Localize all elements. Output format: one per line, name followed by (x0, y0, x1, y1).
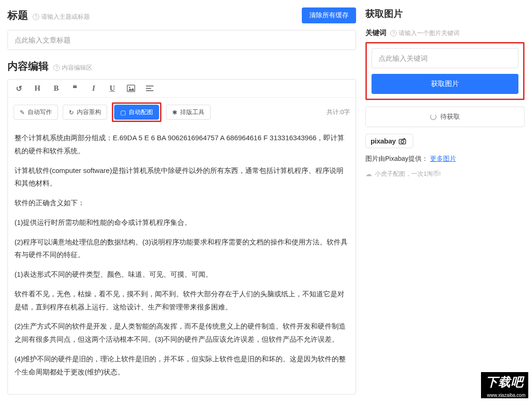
keyword-input[interactable] (372, 48, 518, 68)
editor: ↺ H B ❝ I U ✎ 自动写作 (7, 79, 356, 395)
align-icon[interactable] (145, 83, 155, 93)
underline-icon[interactable]: U (107, 83, 117, 93)
heading-icon[interactable]: H (32, 83, 43, 93)
pending-status: 待获取 (365, 107, 525, 127)
pixabay-badge: pixabay (365, 134, 413, 148)
action-toolbar: ✎ 自动写作 ↻ 内容重构 ▢ 自动配图 ✱ (8, 98, 356, 127)
paragraph: (2)程序可以满意地处理信息的数据结构。(3)说明程序功能要求和程序需要的文档的… (15, 236, 349, 262)
cost-note: ☁ 小虎子配图，一次1淘币! (365, 170, 525, 178)
sidebar-title: 获取图片 (365, 7, 525, 20)
paragraph: (1)提供运行时所需功能和性能的命令或计算机程序集合。 (15, 216, 349, 229)
watermark-logo: 下载吧 (481, 372, 528, 392)
keyword-hint: ? 请输入一个图片关键词 (390, 29, 459, 37)
svg-point-6 (401, 140, 404, 143)
title-header-row: 标题 ? 请输入主题或标题 清除所有缓存 (7, 7, 356, 23)
auto-write-button[interactable]: ✎ 自动写作 (14, 105, 58, 120)
content-edit-header: 内容编辑 ? 内容编辑区 (7, 59, 356, 73)
camera-icon (399, 138, 408, 144)
svg-point-1 (129, 87, 131, 88)
undo-icon[interactable]: ↺ (14, 83, 24, 93)
auto-image-highlight: ▢ 自动配图 (112, 102, 161, 122)
svg-rect-7 (403, 138, 405, 140)
paragraph: 整个计算机系统由两部分组成：E.69DA 5 E 6 BA 9062616964… (15, 131, 349, 158)
refactor-button[interactable]: ↻ 内容重构 (63, 105, 107, 120)
content-edit-label: 内容编辑 (7, 59, 49, 73)
paragraph: 软件看不见，无色，枯燥，看不见，摸不到，闻不到。软件大部分存在于人们的头脑或纸上… (15, 287, 349, 314)
paragraph: (2)生产方式不同的软件是开发，是人类智能的高发挥，而不是传统意义上的硬件制造。… (15, 320, 349, 346)
fetch-image-button[interactable]: 获取图片 (372, 74, 518, 94)
layout-tool-button[interactable]: ✱ 排版工具 (166, 105, 211, 120)
pencil-icon: ✎ (20, 109, 25, 116)
image-credit: 图片由Pixabay提供： 更多图片 (365, 155, 525, 163)
title-hint: ? 请输入主题或标题 (33, 13, 90, 21)
paragraph: (4)维护不同的硬件是旧的，理论上软件是旧的，并不坏，但实际上软件也是旧的和坏的… (15, 352, 349, 379)
bold-icon[interactable]: B (51, 83, 61, 93)
info-icon: ? (33, 14, 39, 20)
auto-image-button[interactable]: ▢ 自动配图 (114, 105, 159, 120)
keyword-highlight-box: 获取图片 (365, 42, 525, 100)
more-images-link[interactable]: 更多图片 (430, 155, 456, 162)
watermark-url: www.xiazaiba.com (481, 392, 528, 395)
paragraph: (1)表达形式不同的硬件类型、颜色、味道、可见、可摸、可闻。 (15, 268, 349, 281)
quote-icon[interactable]: ❝ (70, 83, 80, 93)
cloud-icon: ☁ (365, 170, 372, 178)
sidebar: 获取图片 关键词 ? 请输入一个图片关键词 获取图片 待获取 pixabay 图… (365, 7, 525, 395)
image-icon[interactable] (126, 83, 136, 93)
content-edit-hint: ? 内容编辑区 (53, 64, 92, 72)
word-counter: 共计:0字 (327, 108, 350, 116)
wand-icon: ✱ (172, 109, 177, 116)
clear-cache-button[interactable]: 清除所有缓存 (302, 7, 356, 23)
keyword-label: 关键词 (365, 29, 386, 37)
info-icon: ? (390, 30, 397, 36)
watermark: 下载吧 www.xiazaiba.com (481, 372, 528, 395)
format-toolbar: ↺ H B ❝ I U (8, 79, 356, 98)
article-title-input[interactable] (7, 30, 356, 50)
refresh-icon: ↻ (69, 109, 74, 116)
picture-icon: ▢ (120, 109, 126, 116)
italic-icon[interactable]: I (88, 83, 99, 93)
title-section-label: 标题 (7, 8, 28, 22)
info-icon: ? (53, 65, 60, 71)
keyword-label-row: 关键词 ? 请输入一个图片关键词 (365, 29, 525, 37)
main-column: 标题 ? 请输入主题或标题 清除所有缓存 内容编辑 ? 内容编辑区 ↺ H B … (7, 7, 356, 395)
paragraph: 软件的正确含义如下： (15, 196, 349, 209)
spinner-icon (430, 114, 437, 120)
paragraph: 计算机软件(computer software)是指计算机系统中除硬件以外的所有… (15, 164, 349, 190)
editor-content[interactable]: 整个计算机系统由两部分组成：E.69DA 5 E 6 BA 9062616964… (8, 127, 356, 394)
